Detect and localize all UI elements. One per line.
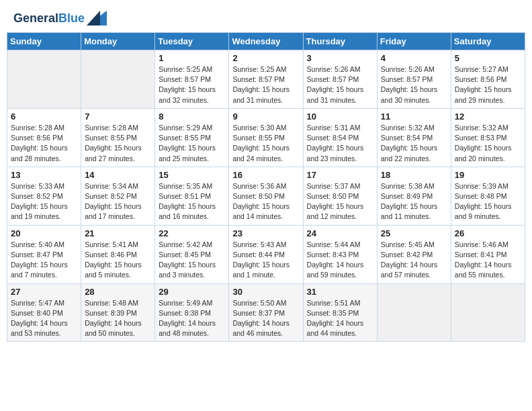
cell-info: Sunrise: 5:34 AM Sunset: 8:52 PM Dayligh… [85,181,151,222]
day-number: 27 [11,287,77,297]
calendar-cell: 11Sunrise: 5:32 AM Sunset: 8:54 PM Dayli… [377,108,451,167]
cell-info: Sunrise: 5:28 AM Sunset: 8:55 PM Dayligh… [85,123,151,164]
cell-info: Sunrise: 5:36 AM Sunset: 8:50 PM Dayligh… [232,181,299,222]
cell-info: Sunrise: 5:28 AM Sunset: 8:56 PM Dayligh… [11,123,77,164]
day-number: 25 [381,228,447,238]
day-number: 15 [159,170,225,180]
calendar-cell: 2Sunrise: 5:25 AM Sunset: 8:57 PM Daylig… [229,50,303,109]
calendar-cell: 27Sunrise: 5:47 AM Sunset: 8:40 PM Dayli… [7,283,81,342]
day-number: 10 [307,111,373,122]
cell-info: Sunrise: 5:46 AM Sunset: 8:41 PM Dayligh… [455,240,521,281]
cell-info: Sunrise: 5:51 AM Sunset: 8:35 PM Dayligh… [307,298,373,339]
day-number: 2 [232,53,299,63]
day-number: 17 [307,170,373,180]
day-number: 23 [232,228,299,238]
weekday-header: Wednesday [229,33,303,50]
calendar-cell: 18Sunrise: 5:38 AM Sunset: 8:49 PM Dayli… [377,167,451,225]
calendar-cell: 1Sunrise: 5:25 AM Sunset: 8:57 PM Daylig… [155,50,229,109]
cell-info: Sunrise: 5:37 AM Sunset: 8:50 PM Dayligh… [307,181,373,222]
cell-info: Sunrise: 5:32 AM Sunset: 8:53 PM Dayligh… [455,123,521,164]
calendar-cell: 28Sunrise: 5:48 AM Sunset: 8:39 PM Dayli… [81,283,155,342]
calendar-cell: 10Sunrise: 5:31 AM Sunset: 8:54 PM Dayli… [303,108,377,167]
weekday-header: Friday [377,33,451,50]
calendar-week-row: 1Sunrise: 5:25 AM Sunset: 8:57 PM Daylig… [7,50,525,109]
day-number: 4 [381,53,447,63]
cell-info: Sunrise: 5:45 AM Sunset: 8:42 PM Dayligh… [381,240,447,281]
day-number: 24 [307,228,373,238]
weekday-header: Sunday [7,33,81,50]
calendar-cell: 12Sunrise: 5:32 AM Sunset: 8:53 PM Dayli… [451,108,525,167]
cell-info: Sunrise: 5:41 AM Sunset: 8:46 PM Dayligh… [85,240,151,281]
cell-info: Sunrise: 5:25 AM Sunset: 8:57 PM Dayligh… [159,64,225,105]
day-number: 22 [159,228,225,238]
day-number: 6 [11,111,77,122]
calendar-cell: 16Sunrise: 5:36 AM Sunset: 8:50 PM Dayli… [229,167,303,225]
cell-info: Sunrise: 5:31 AM Sunset: 8:54 PM Dayligh… [307,123,373,164]
cell-info: Sunrise: 5:27 AM Sunset: 8:56 PM Dayligh… [455,64,521,105]
calendar-cell: 5Sunrise: 5:27 AM Sunset: 8:56 PM Daylig… [451,50,525,109]
cell-info: Sunrise: 5:38 AM Sunset: 8:49 PM Dayligh… [381,181,447,222]
cell-info: Sunrise: 5:42 AM Sunset: 8:45 PM Dayligh… [159,240,225,281]
day-number: 29 [159,287,225,297]
calendar-header-row: SundayMondayTuesdayWednesdayThursdayFrid… [7,33,525,50]
day-number: 19 [455,170,521,180]
calendar-cell: 23Sunrise: 5:43 AM Sunset: 8:44 PM Dayli… [229,225,303,283]
svg-marker-1 [87,11,100,26]
day-number: 28 [85,287,151,297]
calendar-week-row: 13Sunrise: 5:33 AM Sunset: 8:52 PM Dayli… [7,167,525,225]
calendar-cell: 22Sunrise: 5:42 AM Sunset: 8:45 PM Dayli… [155,225,229,283]
calendar-cell [81,50,155,109]
cell-info: Sunrise: 5:50 AM Sunset: 8:37 PM Dayligh… [232,298,299,339]
day-number: 14 [85,170,151,180]
logo-text: GeneralBlue [13,12,85,26]
day-number: 13 [11,170,77,180]
calendar-cell: 9Sunrise: 5:30 AM Sunset: 8:55 PM Daylig… [229,108,303,167]
cell-info: Sunrise: 5:43 AM Sunset: 8:44 PM Dayligh… [232,240,299,281]
cell-info: Sunrise: 5:39 AM Sunset: 8:48 PM Dayligh… [455,181,521,222]
calendar-cell: 29Sunrise: 5:49 AM Sunset: 8:38 PM Dayli… [155,283,229,342]
calendar-cell: 25Sunrise: 5:45 AM Sunset: 8:42 PM Dayli… [377,225,451,283]
cell-info: Sunrise: 5:25 AM Sunset: 8:57 PM Dayligh… [232,64,299,105]
logo-icon [87,11,107,26]
logo: GeneralBlue [13,12,107,26]
calendar-cell: 15Sunrise: 5:35 AM Sunset: 8:51 PM Dayli… [155,167,229,225]
day-number: 16 [232,170,299,180]
day-number: 5 [455,53,521,63]
weekday-header: Tuesday [155,33,229,50]
calendar-cell: 17Sunrise: 5:37 AM Sunset: 8:50 PM Dayli… [303,167,377,225]
cell-info: Sunrise: 5:33 AM Sunset: 8:52 PM Dayligh… [11,181,77,222]
cell-info: Sunrise: 5:32 AM Sunset: 8:54 PM Dayligh… [381,123,447,164]
day-number: 18 [381,170,447,180]
calendar-week-row: 27Sunrise: 5:47 AM Sunset: 8:40 PM Dayli… [7,283,525,342]
cell-info: Sunrise: 5:35 AM Sunset: 8:51 PM Dayligh… [159,181,225,222]
calendar-cell: 26Sunrise: 5:46 AM Sunset: 8:41 PM Dayli… [451,225,525,283]
cell-info: Sunrise: 5:30 AM Sunset: 8:55 PM Dayligh… [232,123,299,164]
day-number: 31 [307,287,373,297]
day-number: 21 [85,228,151,238]
day-number: 12 [455,111,521,122]
cell-info: Sunrise: 5:49 AM Sunset: 8:38 PM Dayligh… [159,298,225,339]
cell-info: Sunrise: 5:26 AM Sunset: 8:57 PM Dayligh… [307,64,373,105]
day-number: 26 [455,228,521,238]
calendar-week-row: 20Sunrise: 5:40 AM Sunset: 8:47 PM Dayli… [7,225,525,283]
cell-info: Sunrise: 5:47 AM Sunset: 8:40 PM Dayligh… [11,298,77,339]
day-number: 20 [11,228,77,238]
weekday-header: Thursday [303,33,377,50]
calendar-cell: 8Sunrise: 5:29 AM Sunset: 8:55 PM Daylig… [155,108,229,167]
page-header: GeneralBlue [7,7,525,28]
cell-info: Sunrise: 5:48 AM Sunset: 8:39 PM Dayligh… [85,298,151,339]
calendar-cell: 6Sunrise: 5:28 AM Sunset: 8:56 PM Daylig… [7,108,81,167]
calendar-cell: 13Sunrise: 5:33 AM Sunset: 8:52 PM Dayli… [7,167,81,225]
calendar-table: SundayMondayTuesdayWednesdayThursdayFrid… [7,32,525,342]
day-number: 1 [159,53,225,63]
calendar-cell: 14Sunrise: 5:34 AM Sunset: 8:52 PM Dayli… [81,167,155,225]
calendar-cell [377,283,451,342]
calendar-cell [451,283,525,342]
calendar-cell [7,50,81,109]
calendar-cell: 31Sunrise: 5:51 AM Sunset: 8:35 PM Dayli… [303,283,377,342]
calendar-cell: 7Sunrise: 5:28 AM Sunset: 8:55 PM Daylig… [81,108,155,167]
calendar-cell: 24Sunrise: 5:44 AM Sunset: 8:43 PM Dayli… [303,225,377,283]
day-number: 9 [232,111,299,122]
cell-info: Sunrise: 5:44 AM Sunset: 8:43 PM Dayligh… [307,240,373,281]
day-number: 30 [232,287,299,297]
